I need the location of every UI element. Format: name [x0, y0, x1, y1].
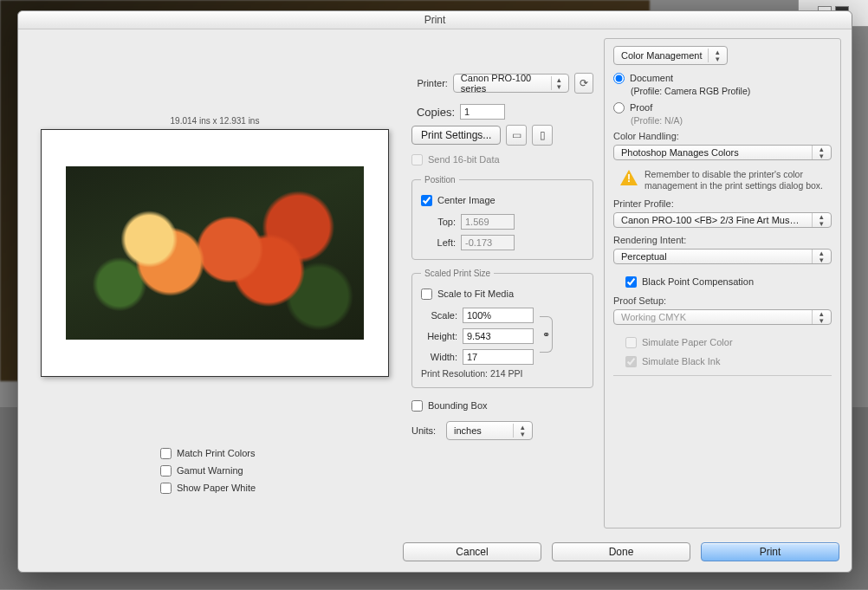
document-radio[interactable]	[613, 73, 625, 84]
preview-dimensions: 19.014 ins x 12.931 ins	[29, 116, 401, 126]
center-image-checkbox[interactable]	[421, 195, 432, 206]
color-handling-label: Color Handling:	[613, 131, 832, 141]
updown-icon: ▴▾	[812, 213, 827, 227]
units-select[interactable]: inches ▴▾	[446, 421, 533, 440]
updown-icon: ▴▾	[812, 250, 827, 263]
rendering-intent-label: Rendering Intent:	[613, 235, 832, 245]
document-profile-label: (Profile: Camera RGB Profile)	[631, 86, 832, 96]
scale-input[interactable]	[463, 308, 534, 323]
updown-icon: ▴▾	[812, 310, 827, 324]
link-dimensions-icon[interactable]: ⚭	[540, 316, 553, 353]
dialog-title: Print	[18, 11, 852, 29]
print-settings-button[interactable]: Print Settings...	[411, 126, 501, 145]
color-management-panel: Color Management ▴▾ Document (Profile: C…	[604, 38, 841, 528]
printer-profile-value: Canon PRO-100 <FB> 2/3 Fine Art Museum E…	[621, 215, 803, 225]
proof-setup-value: Working CMYK	[621, 312, 686, 322]
updown-icon: ▴▾	[513, 424, 528, 438]
position-group: Position Center Image Top: Left:	[411, 175, 593, 260]
section-select-value: Color Management	[621, 50, 703, 61]
match-print-colors-label: Match Print Colors	[177, 448, 255, 458]
cancel-button[interactable]: Cancel	[403, 542, 541, 561]
copies-input[interactable]	[460, 104, 505, 120]
print-button-label: Print	[760, 546, 781, 558]
position-left-input	[461, 235, 515, 250]
proof-setup-select: Working CMYK ▴▾	[613, 309, 832, 325]
position-legend: Position	[421, 175, 459, 185]
print-button[interactable]: Print	[701, 542, 839, 561]
bounding-box-checkbox[interactable]	[411, 400, 423, 412]
scale-label: Scale:	[421, 310, 457, 321]
section-select[interactable]: Color Management ▴▾	[613, 46, 728, 65]
rendering-intent-select[interactable]: Perceptual ▴▾	[613, 249, 832, 264]
copies-label: Copies:	[411, 106, 455, 119]
show-paper-white-checkbox[interactable]	[160, 483, 172, 494]
height-input[interactable]	[463, 328, 534, 344]
position-left-label: Left:	[421, 237, 456, 248]
gamut-warning-label: Gamut Warning	[177, 465, 243, 476]
simulate-paper-checkbox	[625, 337, 637, 348]
dialog-footer: Cancel Done Print	[18, 537, 852, 572]
send-16bit-checkbox	[411, 154, 423, 165]
position-top-input	[461, 214, 515, 230]
gamut-warning-checkbox[interactable]	[160, 465, 172, 477]
simulate-black-label: Simulate Black Ink	[642, 356, 720, 366]
width-label: Width:	[421, 352, 457, 362]
proof-setup-label: Proof Setup:	[613, 295, 832, 306]
scaled-print-size-group: Scaled Print Size Scale to Fit Media Sca…	[411, 269, 593, 388]
black-point-checkbox[interactable]	[625, 276, 637, 288]
done-button[interactable]: Done	[552, 542, 690, 561]
page-setup-landscape-button[interactable]: ▯	[532, 125, 553, 146]
units-label: Units:	[411, 425, 441, 436]
color-handling-value: Photoshop Manages Colors	[621, 147, 739, 158]
height-label: Height:	[421, 331, 457, 341]
printer-label: Printer:	[411, 78, 448, 88]
simulate-paper-label: Simulate Paper Color	[642, 337, 733, 347]
color-handling-select[interactable]: Photoshop Manages Colors ▴▾	[613, 145, 832, 160]
page-setup-portrait-button[interactable]: ▭	[506, 125, 527, 146]
scale-to-fit-checkbox[interactable]	[421, 289, 432, 300]
printer-select[interactable]: Canon PRO-100 series ▴▾	[453, 74, 569, 93]
scale-to-fit-label: Scale to Fit Media	[437, 289, 514, 299]
warning-icon	[620, 170, 638, 185]
updown-icon: ▴▾	[551, 76, 565, 90]
simulate-black-checkbox	[625, 356, 637, 367]
print-preview[interactable]	[41, 129, 389, 377]
scaled-legend: Scaled Print Size	[421, 269, 494, 278]
proof-radio-label: Proof	[630, 102, 652, 113]
done-button-label: Done	[609, 546, 634, 558]
updown-icon: ▴▾	[812, 146, 827, 159]
preview-column: 19.014 ins x 12.931 ins Match Print Colo…	[29, 38, 401, 528]
units-select-value: inches	[454, 425, 482, 436]
cancel-button-label: Cancel	[456, 546, 488, 558]
rendering-intent-value: Perceptual	[621, 251, 667, 262]
print-settings-button-label: Print Settings...	[421, 129, 491, 141]
position-top-label: Top:	[421, 217, 456, 227]
proof-profile-label: (Profile: N/A)	[631, 115, 832, 126]
print-resolution-label: Print Resolution: 214 PPI	[421, 368, 584, 379]
updown-icon: ▴▾	[708, 49, 723, 62]
width-input[interactable]	[463, 349, 534, 365]
center-image-label: Center Image	[437, 195, 496, 205]
print-dialog: Print 19.014 ins x 12.931 ins Match Prin…	[17, 10, 852, 573]
printer-refresh-button[interactable]: ⟳	[574, 73, 593, 94]
proof-radio[interactable]	[613, 102, 625, 113]
match-print-colors-checkbox[interactable]	[160, 448, 172, 459]
bounding-box-label: Bounding Box	[428, 400, 488, 411]
settings-column: Printer: Canon PRO-100 series ▴▾ ⟳ Copie…	[411, 38, 593, 528]
black-point-label: Black Point Compensation	[642, 276, 754, 287]
warning-text: Remember to disable the printer's color …	[645, 169, 832, 191]
printer-profile-select[interactable]: Canon PRO-100 <FB> 2/3 Fine Art Museum E…	[613, 212, 832, 228]
printer-profile-label: Printer Profile:	[613, 198, 832, 209]
document-radio-label: Document	[630, 73, 673, 83]
show-paper-white-label: Show Paper White	[177, 483, 256, 493]
send-16bit-label: Send 16-bit Data	[428, 154, 500, 165]
preview-image	[66, 166, 364, 340]
printer-select-value: Canon PRO-100 series	[461, 73, 546, 94]
